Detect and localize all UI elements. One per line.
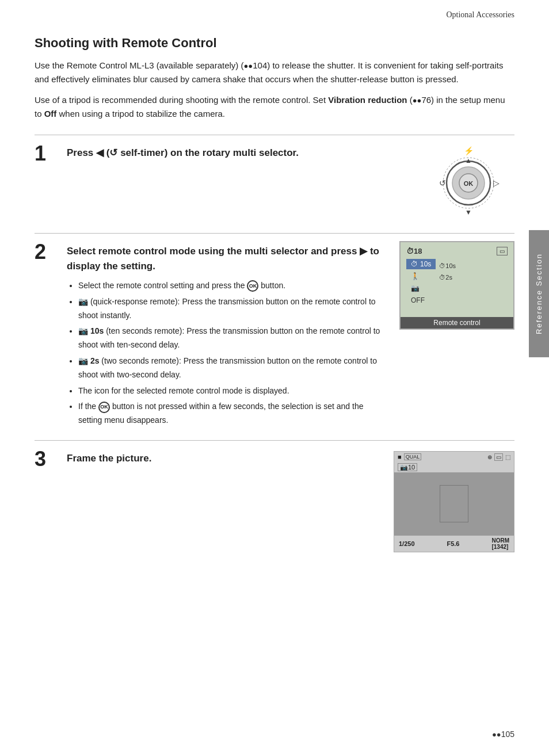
vf-icon-extra: ⬚ [505,454,510,460]
lcd-side-2: ⏱2s [439,274,456,281]
step-3-viewfinder: ■ QUAL ⊕ ▭ ⬚ 📷10 [394,451,514,552]
intro-paragraph-2: Use of a tripod is recommended during sh… [35,93,514,121]
vf-shutter-speed: 1/250 [399,540,415,547]
vf-count: [1342] [491,544,508,550]
vf-qual-label: QUAL [404,453,422,460]
vf-mode-icon: ■ [398,453,402,460]
lcd-side-1: ⏱10s [439,262,456,269]
header-section-label: Optional Accessories [446,10,514,20]
vf-icon-circle: ⊕ [487,454,492,460]
step-1-number: 1 [35,143,55,164]
step-2-bullets: Select the remote control setting and pr… [67,279,388,427]
step-2-number: 2 [35,242,55,262]
page-title: Shooting with Remote Control [35,36,514,51]
svg-text:↺: ↺ [439,179,446,188]
step-2-lcd: ⏱18 ▭ ⏱10s 🚶 📷 OFF [399,241,514,330]
svg-text:OK: OK [464,180,474,187]
bullet-3: 📷 10s (ten seconds remote): Press the tr… [78,324,388,352]
reference-section-tab: Reference Section [529,230,549,357]
step-3-content: Frame the picture. [67,451,382,472]
step-1-image: ⚡ OK ↺ ▷ ▼ ▲ [411,146,514,223]
step-3-number: 3 [35,449,55,469]
vf-focus-frame [440,485,468,522]
page-header: Optional Accessories [0,0,549,24]
step-1-title: Press ◀ (↺ self-timer) on the rotary mul… [67,146,399,161]
vf-norm-label: NORM[1342] [491,537,509,550]
vf-aperture: F5.6 [447,540,459,547]
lcd-menu-item-3: 📷 [406,283,436,293]
vf-battery-icon: ▭ [494,453,503,461]
lcd-menu-item-4: OFF [406,295,436,306]
svg-text:▼: ▼ [465,208,472,216]
vf-remote-icon: 📷10 [398,463,417,471]
step-2-content: Select remote control mode using the mul… [67,244,388,430]
svg-text:▲: ▲ [465,156,472,165]
step-2-title: Select remote control mode using the mul… [67,244,388,273]
lcd-menu-item-2: 🚶 [406,271,436,281]
bullet-4: 📷 2s (two seconds remote): Press the tra… [78,354,388,382]
lcd-timer-label: ⏱18 [406,247,422,255]
step-2-row: 2 Select remote control mode using the m… [35,233,514,440]
bullet-6: If the OK button is not pressed within a… [78,400,388,427]
page-footer: ●●105 [492,730,514,739]
bullet-1: Select the remote control setting and pr… [78,279,388,293]
page-number: 105 [501,730,514,739]
lcd-battery: ▭ [497,247,508,255]
step-1-row: 1 Press ◀ (↺ self-timer) on the rotary m… [35,135,514,233]
svg-text:⚡: ⚡ [464,146,474,156]
vf-main-area [394,472,514,536]
lcd-caption: Remote control [401,317,513,329]
intro-paragraph-1: Use the Remote Control ML-L3 (available … [35,59,514,86]
step-1-content: Press ◀ (↺ self-timer) on the rotary mul… [67,146,399,166]
step-3-row: 3 Frame the picture. ■ QUAL ⊕ ▭ ⬚ [35,440,514,563]
lcd-menu-item-1: ⏱10s [406,259,436,269]
svg-text:▷: ▷ [493,179,500,188]
bullet-2: 📷 (quick-response remote): Press the tra… [78,295,388,323]
step-3-title: Frame the picture. [67,451,382,466]
bullet-5: The icon for the selected remote control… [78,384,388,398]
